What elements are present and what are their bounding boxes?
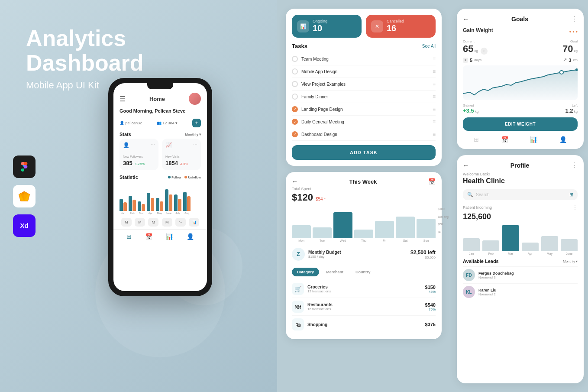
search-placeholder: Search [476,192,567,197]
add-btn[interactable]: + [192,119,201,127]
goals-card: ← Goals ⋮ Gain Weight • • • Current 65 k… [457,9,584,149]
goals-nav: ⊞ 📅 📊 👤 [463,134,578,143]
spending-back-btn[interactable]: ← [292,178,298,185]
m-btn-1[interactable]: M [121,218,132,227]
xd-icon[interactable]: Xd [13,214,36,237]
cancelled-badge: ✕ Cancelled 16 [366,15,436,38]
goals-title: Goals [511,16,528,23]
wave-btn[interactable]: 〜 [175,218,186,227]
monthly-select[interactable]: Monthly ▾ [563,259,578,263]
goals-nav-calendar[interactable]: 📅 [501,136,508,143]
task-item: Team Meeting ≡ [292,53,436,65]
restaurants-icon: 🍽 [292,301,304,313]
m-btn-2[interactable]: M [135,218,145,227]
spending-title: This Week [349,178,377,185]
stats-label: Stats [120,132,131,137]
task-checkbox[interactable] [292,94,298,100]
profile-menu[interactable]: ⋮ [571,161,578,169]
budget-row: Z Monthly Budget $150 / day $2,500 left … [292,244,436,264]
spending-bar-chart: Mon Tue Wed Thu Fri [292,207,436,242]
task-checkbox[interactable] [292,81,298,87]
task-checkbox[interactable]: ✓ [292,106,298,112]
task-menu[interactable]: ≡ [433,94,436,100]
clinic-name: Health Clinic [463,177,578,185]
search-icon: 🔍 [467,192,473,198]
task-item: Mobile App Design ≡ [292,65,436,78]
svg-point-4 [560,71,563,74]
nav-home[interactable]: ⊞ [126,233,132,240]
cancelled-icon: ✕ [371,20,383,32]
patient-incoming-label: Patient Incoming [463,205,492,210]
tasks-card: 📊 Ongoing 10 ✕ Cancelled 16 Tasks See Al… [286,9,442,166]
task-item: Family Dinner ≡ [292,91,436,103]
main-title: Analytics Dashboard [26,26,251,75]
figma-icon[interactable] [13,156,36,178]
hamburger-icon: ☰ [120,95,126,103]
phone-home-title: Home [149,96,165,102]
filter-icon[interactable]: ⊞ [569,192,573,198]
calendar-icon[interactable]: 📅 [428,178,436,185]
task-menu[interactable]: ≡ [433,56,436,62]
nav-profile[interactable]: 👤 [187,233,194,240]
tasks-title: Tasks [292,43,307,49]
see-all-link[interactable]: See All [422,44,436,49]
goals-menu[interactable]: ⋮ [571,15,578,23]
profile-title: Profile [510,162,530,169]
lead-item: KL Karen Liu Normond 2 [463,283,578,300]
add-task-button[interactable]: ADD TASK [292,145,436,160]
nav-chart[interactable]: 📊 [166,233,173,240]
total-amount: $120 [292,192,313,203]
task-menu[interactable]: ≡ [433,119,436,125]
country-tab[interactable]: Country [350,268,376,276]
task-checkbox[interactable]: ✓ [292,131,298,137]
total-spent-label: Total Spent [292,187,436,191]
middle-section: 📊 Ongoing 10 ✕ Cancelled 16 Tasks See Al… [281,0,446,392]
goals-nav-chart[interactable]: 📊 [530,136,537,143]
task-checkbox[interactable] [292,56,298,62]
merchant-tab[interactable]: Merchant [321,268,349,276]
statistic-label: Statistic [120,175,138,180]
ongoing-icon: 📊 [297,20,309,32]
profile-card: ← Profile ⋮ Welcome Back! Health Clinic … [457,155,584,383]
task-item: ✓Daily General Meeting ≡ [292,116,436,128]
profile-bar-chart: Jan Feb Mar Apr May June [463,225,578,255]
task-item: View Project Examples ≡ [292,78,436,91]
month-labels: JanFebMar AprMayJune JulyAug [113,211,207,215]
task-checkbox[interactable]: ✓ [292,119,298,125]
weight-stats: Current 65 kg ↔ Goal 70 kg [463,39,578,55]
tool-icons: Xd [13,156,36,237]
shopping-icon: 🛍 [292,318,304,330]
phone-mockup: ☰ Home Good Morning, Pelican Steve 👤 pel… [108,78,212,296]
m-btn-4[interactable]: M [162,218,172,227]
profile-back-btn[interactable]: ← [463,162,469,169]
ongoing-badge: 📊 Ongoing 10 [292,15,362,38]
phone-greeting: Good Morning, Pelican Steve [113,108,207,117]
expense-item: 🍽 Restaurants 16 transactions $540 75% [292,298,436,315]
chart-btn[interactable]: 📊 [189,218,199,227]
task-menu[interactable]: ≡ [433,106,436,112]
task-menu[interactable]: ≡ [433,81,436,87]
goals-nav-user[interactable]: 👤 [559,136,567,143]
groceries-icon: 🛒 [292,283,304,295]
goals-nav-grid[interactable]: ⊞ [474,136,479,143]
task-checkbox[interactable] [292,68,298,75]
weight-chart [463,65,578,100]
task-item: ✓Landing Page Design ≡ [292,103,436,116]
m-btn-3[interactable]: M [148,218,158,227]
task-menu[interactable]: ≡ [433,131,436,137]
goals-back-btn[interactable]: ← [463,16,469,23]
right-section: ← Goals ⋮ Gain Weight • • • Current 65 k… [452,0,588,392]
task-menu[interactable]: ≡ [433,68,436,75]
task-item: ✓Dashboard Design ≡ [292,128,436,141]
edit-weight-button[interactable]: EDIT WEIGHT [463,117,578,131]
prev-amount: $54 [316,197,323,201]
username-tag: 👤 pelican32 [120,121,142,125]
sketch-icon[interactable] [13,185,36,207]
search-row[interactable]: 🔍 Search ⊞ [463,189,578,200]
patient-menu[interactable]: ⋮ [572,204,578,211]
category-tab[interactable]: Category [292,268,319,276]
budget-icon: Z [292,248,305,261]
expense-item: 🛍 Shopping $375 [292,315,436,333]
nav-calendar[interactable]: 📅 [145,233,152,240]
category-tabs: Category Merchant Country [292,268,436,276]
